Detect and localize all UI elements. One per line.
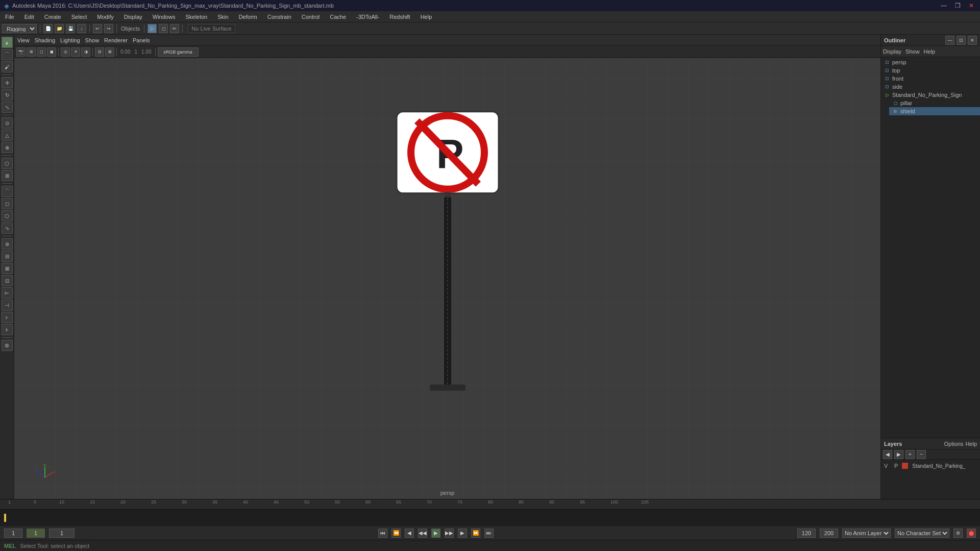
char-set-icon-button[interactable]: ⚙ [953, 529, 963, 538]
rotate-button[interactable]: ↻ [2, 89, 13, 101]
curve-button[interactable]: ⌒ [2, 186, 13, 197]
paint-select-button[interactable]: 🖌 [2, 61, 13, 72]
menu-edit[interactable]: Edit [22, 13, 36, 21]
outliner-item-top[interactable]: ⊡ top [881, 66, 980, 74]
layers-prev-button[interactable]: ◀ [883, 450, 892, 459]
menu-constrain[interactable]: Constrain [265, 13, 293, 21]
current-frame-input[interactable] [27, 529, 45, 538]
menu-modify[interactable]: Modify [95, 13, 115, 21]
tool7-button[interactable]: ⊦ [2, 312, 13, 323]
step-forward-button[interactable]: ⏩ [471, 529, 480, 538]
anim-layer-selector[interactable]: No Anim Layer [842, 529, 891, 538]
tool3-button[interactable]: ⊠ [2, 263, 13, 274]
vp-isolate-button[interactable]: ◎ [61, 47, 70, 57]
outliner-item-persp[interactable]: ⊡ persp [881, 58, 980, 66]
vp-wireoverlay-button[interactable]: ⊟ [95, 47, 104, 57]
select-tool-button[interactable]: ▷ [148, 24, 157, 33]
outliner-item-shield[interactable]: ⊛ shield [889, 107, 980, 115]
layers-add-button[interactable]: + [905, 450, 915, 459]
tool4-button[interactable]: ⊡ [2, 275, 13, 286]
go-start-button[interactable]: ⏮ [378, 529, 387, 538]
viewport-canvas[interactable]: P X [14, 58, 880, 499]
tab-layers-options[interactable]: Options [944, 441, 963, 447]
outliner-minimize-button[interactable]: — [945, 36, 954, 45]
next-frame-button[interactable]: ▶ [458, 529, 467, 538]
tool2-button[interactable]: ⊟ [2, 251, 13, 262]
menu-skeleton[interactable]: Skeleton [183, 13, 209, 21]
layer-row-main[interactable]: V P Standard_No_Parking_ [884, 462, 977, 470]
menu-create[interactable]: Create [42, 13, 63, 21]
layer-vis-v[interactable]: V [884, 463, 890, 469]
play-fwd-button[interactable]: ▶▶ [445, 529, 454, 538]
keyframe-input[interactable] [49, 529, 75, 538]
character-set-selector[interactable]: No Character Set [895, 529, 949, 538]
vp-gamma-selector[interactable]: sRGB gamma [158, 47, 199, 57]
outliner-expand-button[interactable]: ⊡ [957, 36, 966, 45]
tab-display[interactable]: Display [883, 48, 901, 55]
layers-del-button[interactable]: − [917, 450, 926, 459]
undo-button[interactable]: ↩ [93, 24, 102, 33]
lasso-button[interactable]: ◻ [159, 24, 168, 33]
step-back-button[interactable]: ⏪ [391, 529, 401, 538]
select-arrow-button[interactable]: ▲ [2, 37, 13, 48]
viewport-menu-lighting[interactable]: Lighting [60, 37, 80, 43]
soft-mod-button[interactable]: ⊙ [2, 117, 13, 129]
outliner-item-pillar[interactable]: ◻ pillar [889, 99, 980, 107]
paint-sel-button[interactable]: ✏ [170, 24, 179, 33]
save-as-button[interactable]: ↓ [77, 24, 86, 33]
play-back-button[interactable]: ◀◀ [418, 529, 427, 538]
close-button[interactable]: ✕ [967, 2, 976, 9]
tool5-button[interactable]: ⊢ [2, 287, 13, 298]
tab-layers-help[interactable]: Help [965, 441, 977, 447]
tool6-button[interactable]: ⊣ [2, 299, 13, 311]
snap-button[interactable]: ⬡ [2, 158, 13, 169]
outliner-item-standard[interactable]: ▷ Standard_No_Parking_Sign [881, 91, 980, 99]
menu-3dtool[interactable]: -3DToAll- [354, 13, 381, 21]
menu-skin[interactable]: Skin [215, 13, 230, 21]
vp-grid-button[interactable]: ⊞ [27, 47, 36, 57]
save-button[interactable]: 💾 [66, 24, 75, 33]
lasso-select-button[interactable]: ⌒ [2, 49, 13, 60]
timeline-bar[interactable] [0, 510, 980, 526]
layers-next-button[interactable]: ▶ [894, 450, 903, 459]
layer-vis-p[interactable]: P [894, 463, 898, 469]
menu-display[interactable]: Display [122, 13, 144, 21]
outliner-content[interactable]: ⊡ persp ⊡ top ⊡ front ⊡ side ▷ Standard_… [881, 57, 980, 438]
play-forward-button[interactable]: ▶ [431, 529, 440, 538]
menu-cache[interactable]: Cache [328, 13, 348, 21]
range-end-input[interactable] [797, 529, 816, 538]
minimize-button[interactable]: — [939, 2, 949, 9]
viewport-menu-shading[interactable]: Shading [35, 37, 55, 43]
vp-wireframe-button[interactable]: ◻ [37, 47, 46, 57]
outliner-close-button[interactable]: ✕ [968, 36, 977, 45]
move-button[interactable]: ✛ [2, 77, 13, 88]
menu-control[interactable]: Control [300, 13, 322, 21]
sculpt-button[interactable]: △ [2, 130, 13, 141]
restore-button[interactable]: ❐ [953, 2, 963, 9]
menu-deform[interactable]: Deform [237, 13, 259, 21]
poly-button[interactable]: ⬡ [2, 210, 13, 221]
menu-redshift[interactable]: Redshift [387, 13, 412, 21]
vp-light-button[interactable]: ☀ [71, 47, 80, 57]
max-end-input[interactable] [820, 529, 838, 538]
viewport-menu-view[interactable]: View [17, 37, 30, 43]
auto-key-button[interactable]: ⬤ [967, 529, 976, 538]
vp-shadow-button[interactable]: ◑ [81, 47, 90, 57]
open-button[interactable]: 📁 [55, 24, 64, 33]
menu-file[interactable]: File [3, 13, 16, 21]
viewport-menu-panels[interactable]: Panels [133, 37, 150, 43]
menu-help[interactable]: Help [419, 13, 434, 21]
outliner-item-side[interactable]: ⊡ side [881, 83, 980, 91]
bottom-settings-button[interactable]: ⚙ [2, 340, 13, 351]
vp-cam-button[interactable]: 📷 [16, 47, 26, 57]
new-scene-button[interactable]: 📄 [43, 24, 53, 33]
deform-button[interactable]: ∿ [2, 222, 13, 234]
vp-smooth-button[interactable]: ◼ [47, 47, 56, 57]
viewport-menu-show[interactable]: Show [85, 37, 100, 43]
tool8-button[interactable]: ⊧ [2, 324, 13, 335]
scale-button[interactable]: ⤡ [2, 102, 13, 113]
outliner-item-front[interactable]: ⊡ front [881, 74, 980, 83]
mode-selector[interactable]: Rigging [2, 24, 37, 33]
viewport-menu-renderer[interactable]: Renderer [104, 37, 128, 43]
menu-select[interactable]: Select [69, 13, 89, 21]
